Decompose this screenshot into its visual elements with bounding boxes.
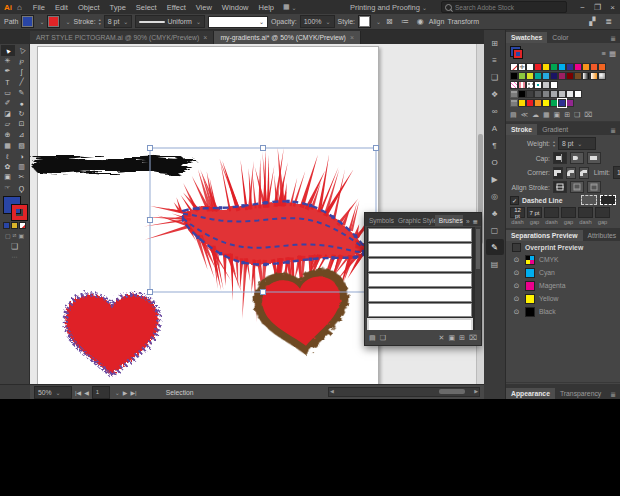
swatch[interactable] (534, 99, 542, 107)
shape-mode-icon[interactable]: ⊠ (384, 17, 395, 26)
stroke-weight-field[interactable]: 8 pt ⌄ (104, 15, 133, 28)
slice-tool[interactable]: ✂ (15, 172, 29, 183)
close-button[interactable]: × (605, 3, 620, 12)
arrange-documents-icon[interactable]: ▞ (587, 17, 597, 26)
brush-libraries-icon[interactable]: ▤ (369, 334, 376, 342)
close-tab-icon[interactable]: × (203, 34, 207, 41)
swatch[interactable] (550, 72, 558, 80)
draw-inside-button[interactable]: ▣ (18, 232, 24, 239)
visibility-eye-icon[interactable]: ⊙ (512, 256, 521, 264)
swatch[interactable] (518, 90, 526, 98)
swatch[interactable] (534, 90, 542, 98)
swatch[interactable]: ✛ (518, 63, 526, 71)
new-swatch-icon[interactable]: ❏ (574, 111, 580, 119)
dash-value-input[interactable]: 12 pt (510, 207, 525, 218)
swatch[interactable] (590, 63, 598, 71)
swatch[interactable] (574, 72, 582, 80)
swatch[interactable] (566, 90, 574, 98)
selection-handle[interactable] (374, 146, 379, 151)
swatch[interactable] (542, 99, 550, 107)
limit-field[interactable]: 10 (613, 166, 620, 179)
swatch[interactable] (598, 63, 606, 71)
swatch[interactable] (550, 63, 558, 71)
swatch[interactable] (550, 99, 558, 107)
brushes-tab-0[interactable]: Symbols (365, 215, 394, 226)
minimize-button[interactable]: − (575, 3, 590, 12)
stroke-color-swatch[interactable] (47, 15, 60, 28)
change-screen-mode[interactable]: ❏ (11, 242, 18, 251)
gradient-tool[interactable]: ▧ (15, 140, 29, 151)
horizontal-scrollbar[interactable]: ◀ ▶ (328, 387, 480, 397)
line-segment-tool[interactable]: ╱ (15, 77, 29, 88)
shape-builder-tool[interactable]: ⊕ (1, 130, 15, 141)
cap-butt-button[interactable] (553, 152, 567, 164)
eyedropper-tool[interactable]: ℓ (1, 151, 15, 162)
mesh-tool[interactable]: ▦ (1, 140, 15, 151)
visibility-eye-icon[interactable]: ⊙ (512, 308, 521, 316)
swatch[interactable] (510, 81, 518, 89)
pencil-tool[interactable]: ✐ (1, 98, 15, 109)
swatch[interactable] (542, 90, 550, 98)
curvature-tool[interactable]: ʃ (15, 66, 29, 77)
menu-item-file[interactable]: File (28, 3, 50, 12)
scale-tool[interactable]: ▱ (1, 119, 15, 130)
blob-brush-tool[interactable]: ● (15, 98, 29, 109)
corner-round-button[interactable] (566, 167, 576, 179)
fill-color-swatch[interactable] (21, 15, 34, 28)
dash-value-input[interactable] (578, 207, 593, 218)
stroke-tab-0[interactable]: Stroke (506, 124, 537, 135)
scroll-right-arrow[interactable]: ▶ (474, 388, 478, 394)
actions-panel-icon[interactable]: ▶ (486, 171, 504, 187)
align-stroke-center-button[interactable] (553, 181, 567, 193)
new-color-group-icon[interactable]: ⊞ (564, 111, 570, 119)
perspective-grid-tool[interactable]: ⊿ (15, 130, 29, 141)
weight-field[interactable]: 8 pt ⌄ (558, 137, 596, 150)
separations-tab-0[interactable]: Separations Preview (506, 230, 583, 241)
panel-fill-stroke-indicator[interactable] (510, 46, 526, 60)
color-button[interactable] (3, 222, 10, 229)
brush-item-0[interactable] (368, 228, 472, 242)
zoom-level-dropdown[interactable]: 50% ⌄ (34, 386, 72, 399)
isolate-selected-icon[interactable]: ≔ (399, 17, 411, 26)
style-swatch[interactable] (358, 15, 371, 28)
first-artboard-icon[interactable]: |◀ (75, 389, 81, 396)
arrange-documents-icon[interactable]: ▦ (283, 3, 290, 11)
workspace-switcher[interactable]: Printing and Proofing ⌄ (344, 3, 433, 12)
menu-item-view[interactable]: View (191, 3, 217, 12)
selection-handle[interactable] (148, 290, 153, 295)
swatch-options-icon[interactable]: ▣ (554, 111, 561, 119)
cap-round-button[interactable] (570, 152, 584, 164)
blend-tool[interactable]: ◑ (15, 151, 29, 162)
gradient-button[interactable] (11, 222, 18, 229)
collapse-icon[interactable]: » (466, 218, 470, 226)
swatch[interactable] (582, 63, 590, 71)
visibility-eye-icon[interactable]: ⊙ (512, 269, 521, 277)
navigator-panel-icon[interactable]: ◎ (486, 188, 504, 204)
image-trace-panel-icon[interactable]: ▤ (486, 256, 504, 272)
swatch[interactable] (558, 72, 566, 80)
brown-charcoal-heart[interactable] (256, 271, 350, 355)
swatches-tab-1[interactable]: Color (547, 32, 573, 43)
zoom-tool-tool[interactable]: Ϙ (15, 183, 29, 194)
toolbar-overflow-dots[interactable]: ⋯ (0, 253, 29, 260)
swatch[interactable] (526, 90, 534, 98)
free-transform-tool[interactable]: ⊡ (15, 119, 29, 130)
column-graph-tool[interactable]: ▥ (15, 162, 29, 173)
list-view-icon[interactable]: ≡ (602, 49, 606, 58)
menu-item-window[interactable]: Window (217, 3, 254, 12)
color-themes-icon[interactable]: ≪ (521, 111, 528, 119)
none-button[interactable] (19, 222, 26, 229)
paragraph-panel-icon[interactable]: ¶ (486, 137, 504, 153)
swatch[interactable] (550, 81, 558, 89)
corner-bevel-button[interactable] (579, 167, 589, 179)
menu-item-object[interactable]: Object (73, 3, 105, 12)
rotate-tool[interactable]: ↻ (15, 109, 29, 120)
document-tab-1[interactable]: my-gradients.ai* @ 50% (CMYK/Preview)× (214, 31, 361, 44)
paintbrush-tool[interactable]: ✎ (15, 87, 29, 98)
swatch[interactable] (526, 63, 534, 71)
swatch[interactable] (510, 90, 518, 98)
opacity-field[interactable]: 100% ⌄ (300, 15, 335, 28)
remove-brush-stroke-icon[interactable]: ✕ (439, 334, 445, 342)
search-input[interactable] (455, 4, 563, 11)
brush-item-5[interactable] (368, 303, 472, 317)
